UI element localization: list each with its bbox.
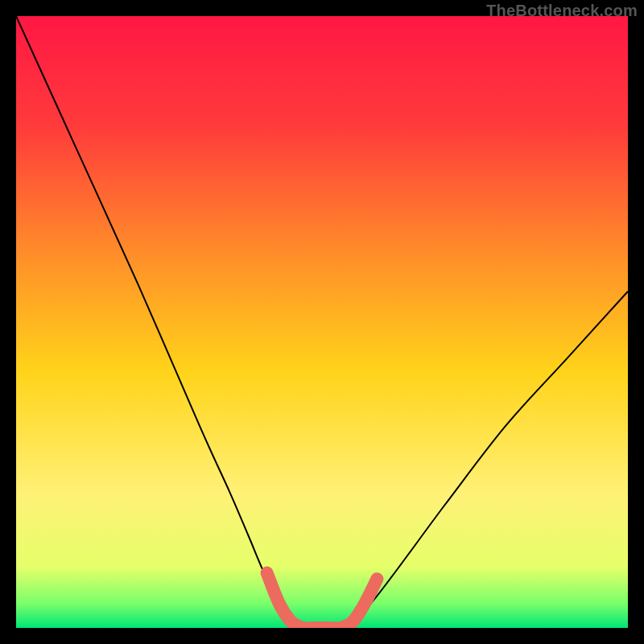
- watermark-label: TheBottleneck.com: [486, 2, 638, 20]
- bottleneck-chart: [0, 0, 644, 644]
- chart-frame: TheBottleneck.com: [0, 0, 644, 644]
- heatmap-gradient-background: [16, 16, 628, 628]
